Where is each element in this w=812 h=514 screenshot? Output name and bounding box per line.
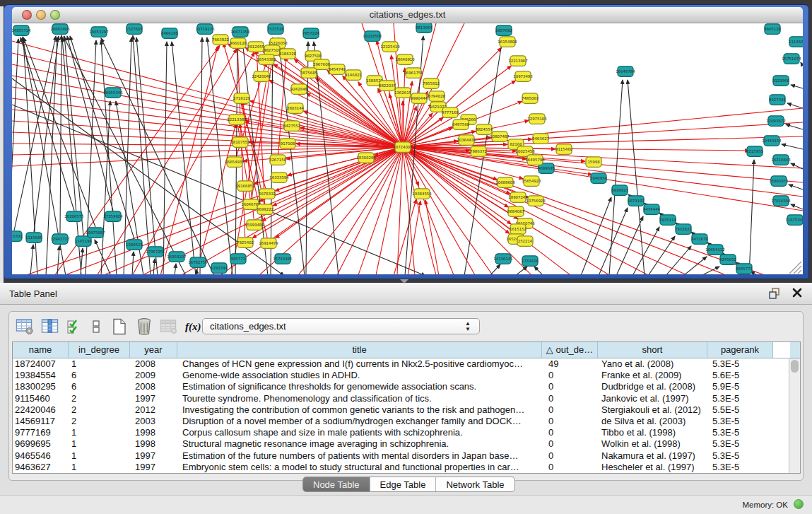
graph-node[interactable]: 17957255 (146, 247, 165, 257)
graph-node[interactable]: 11675344 (785, 215, 803, 226)
graph-node[interactable]: 2718129 (233, 93, 251, 104)
graph-node[interactable]: 1640954 (590, 173, 608, 183)
column-header-year[interactable]: year (130, 342, 177, 358)
tab-network-table[interactable]: Network Table (436, 477, 514, 491)
graph-node[interactable]: 18107553 (230, 137, 249, 148)
graph-node[interactable]: 22420046 (252, 71, 271, 82)
graph-node[interactable]: 12975103 (527, 114, 546, 124)
graph-node[interactable]: 985771 (230, 254, 246, 264)
table-row[interactable]: 2242004622012Investigating the contribut… (13, 404, 800, 416)
network-canvas[interactable]: 1405571420691406106532871527607646616010… (12, 23, 803, 274)
graph-node[interactable]: 15716485 (273, 254, 292, 264)
table-row[interactable]: 1830029562008Estimation of significance … (13, 381, 800, 392)
graph-node[interactable]: 917008 (280, 139, 295, 149)
graph-node[interactable]: 19384554 (412, 189, 432, 199)
graph-node[interactable]: 18300295 (356, 153, 375, 163)
function-builder-icon[interactable]: f(x) (185, 321, 201, 333)
graph-node[interactable]: 10688609 (495, 177, 515, 187)
graph-node[interactable]: 1527607 (126, 24, 143, 35)
select-columns-icon[interactable] (41, 317, 60, 336)
graph-node[interactable]: 8454749 (329, 64, 346, 75)
graph-node[interactable]: 7857224 (302, 28, 320, 39)
graph-node[interactable]: 1113605 (789, 37, 803, 47)
graph-node[interactable]: 2803144 (287, 103, 305, 114)
graph-node[interactable]: 7955812 (423, 78, 440, 89)
graph-node[interactable]: 18640910 (395, 54, 415, 65)
graph-node[interactable]: 9845771 (736, 264, 753, 274)
tab-edge-table[interactable]: Edge Table (370, 477, 437, 491)
graph-node[interactable]: 1733426 (522, 256, 539, 267)
new-document-icon[interactable] (110, 317, 129, 336)
graph-node[interactable]: 9146821 (345, 70, 362, 81)
network-view-window[interactable]: citations_edges.txt 14055714206914061065… (4, 4, 809, 279)
graph-node[interactable]: 1115685 (25, 233, 42, 243)
graph-node[interactable]: 16154808 (498, 37, 517, 47)
canvas-resize-grip[interactable] (798, 270, 801, 274)
graph-node[interactable]: 9227341 (769, 95, 786, 105)
graph-node[interactable]: 16210643 (771, 155, 790, 165)
graph-node[interactable]: 3875685 (300, 68, 317, 78)
graph-node[interactable]: 9474444 (643, 204, 661, 215)
table-settings-icon[interactable] (16, 317, 35, 336)
float-panel-icon[interactable] (769, 288, 780, 299)
graph-node[interactable]: 19975887 (86, 228, 105, 238)
graph-node[interactable]: 9777169 (442, 107, 459, 118)
graph-node[interactable]: 14136141 (493, 254, 512, 264)
graph-node[interactable]: 16958107 (167, 252, 186, 262)
graph-node[interactable]: 8822037 (379, 81, 396, 91)
graph-node[interactable]: 9242848 (290, 84, 308, 95)
column-header-out_de[interactable]: △ out_de… (542, 342, 598, 358)
graph-node[interactable]: 12213967 (508, 56, 527, 66)
column-header-pagerank[interactable]: pagerank (707, 342, 773, 358)
graph-node[interactable]: 10719135 (195, 24, 214, 35)
table-row[interactable]: 911546021997Tourette syndrome. Phenomeno… (13, 393, 800, 404)
graph-node[interactable]: 8938923 (611, 185, 628, 196)
graph-node[interactable]: 20691406 (50, 24, 70, 35)
column-header-short[interactable]: short (598, 342, 707, 358)
table-row[interactable]: 946554611997Estimation of the future num… (13, 450, 800, 462)
close-panel-icon[interactable] (792, 288, 802, 298)
scrollbar-thumb[interactable] (791, 360, 799, 373)
column-header-title[interactable]: title (177, 342, 542, 358)
splitter-collapse-icon[interactable] (400, 279, 408, 284)
row-check-icon[interactable] (66, 317, 82, 336)
graph-node[interactable]: 8186328 (279, 49, 297, 59)
graph-node[interactable]: 12093872 (766, 116, 785, 127)
graph-node[interactable]: 8215955 (746, 146, 763, 157)
graph-node[interactable]: 7925402 (237, 238, 254, 248)
graph-node[interactable]: 16782759 (188, 257, 208, 268)
graph-node[interactable]: 9245652 (719, 255, 736, 265)
graph-node[interactable]: 10653287 (89, 27, 108, 37)
graph-node[interactable]: 10973493 (513, 71, 532, 82)
graph-node[interactable]: 12444154 (762, 136, 782, 146)
graph-node[interactable]: 6466160 (161, 28, 179, 39)
graph-node[interactable]: 13756928 (526, 196, 546, 206)
graph-node[interactable]: 8471676 (691, 234, 709, 245)
table-body[interactable]: 1872400712008Changes of HCN gene express… (13, 358, 800, 473)
graph-node[interactable]: 8813054 (416, 23, 433, 33)
graph-node[interactable]: 20055346 (103, 88, 123, 98)
graph-node[interactable]: 15099489 (245, 220, 264, 230)
graph-node[interactable]: 12942717 (50, 234, 69, 245)
graph-node[interactable]: 9129966 (772, 76, 790, 86)
graph-node[interactable]: 1292344 (211, 263, 228, 274)
graph-node[interactable]: 252214 (517, 236, 533, 247)
graph-node[interactable]: 7986372 (470, 146, 487, 157)
table-row[interactable]: 1872400712008Changes of HCN gene express… (13, 358, 800, 370)
graph-node[interactable]: 15998 (586, 157, 601, 168)
graph-node[interactable]: 3684067 (507, 206, 524, 217)
graph-node[interactable]: 16648784 (616, 66, 635, 77)
graph-node[interactable]: 16333594 (269, 173, 289, 182)
graph-node[interactable]: 3912955 (247, 42, 264, 52)
graph-node[interactable]: 10654112 (705, 245, 724, 255)
graph-node[interactable]: 2087682 (495, 25, 512, 36)
window-title-bar[interactable]: citations_edges.txt (12, 7, 803, 23)
graph-node[interactable]: 9827509 (264, 45, 281, 56)
graph-node[interactable]: 19218506 (363, 31, 382, 42)
graph-node[interactable]: 9990444 (411, 93, 428, 104)
graph-node[interactable]: 7663822 (212, 35, 229, 45)
import-table-icon[interactable] (160, 317, 179, 336)
graph-node[interactable]: 1290515 (126, 240, 143, 250)
table-header-row[interactable]: namein_degreeyeartitle△ out_de…shortpage… (13, 342, 800, 358)
graph-node[interactable]: 8824554 (476, 124, 493, 135)
